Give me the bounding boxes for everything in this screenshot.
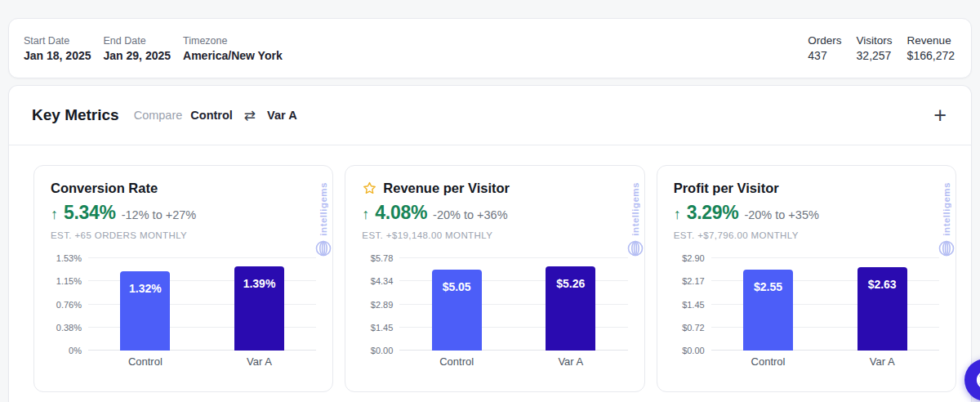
metric-title: Profit per Visitor xyxy=(674,181,779,196)
visitors-label: Visitors xyxy=(857,34,893,47)
intelligems-watermark: intelligems xyxy=(934,182,959,272)
bar-value-label: $5.05 xyxy=(432,280,482,293)
metric-title: Conversion Rate xyxy=(51,181,158,196)
delta-value: 4.08% xyxy=(375,202,427,224)
start-date-value[interactable]: Jan 18, 2025 xyxy=(24,49,91,62)
bar-chart: $5.78 $4.34 $2.89 $1.45 $0.00 $5.05 xyxy=(362,258,627,351)
x-axis: Control Var A xyxy=(674,355,939,368)
bar-chart: $2.90 $2.17 $1.45 $0.72 $0.00 $2.55 xyxy=(674,258,939,351)
plot-area: $5.05 $5.26 xyxy=(399,258,627,351)
up-arrow-icon: ↑ xyxy=(51,207,58,221)
intelligems-gem-icon xyxy=(938,239,956,257)
control-bar: $5.05 xyxy=(432,270,482,351)
y-tick: 1.15% xyxy=(56,276,82,286)
compare-variant-a[interactable]: Control xyxy=(190,109,233,122)
up-arrow-icon: ↑ xyxy=(674,207,681,221)
control-bar: $2.55 xyxy=(743,270,793,351)
variant-bar: 1.39% xyxy=(234,266,284,351)
delta-value: 5.34% xyxy=(64,202,116,224)
date-stats-bar: Start Date Jan 18, 2025 End Date Jan 29,… xyxy=(8,18,972,78)
variant-bar: $2.63 xyxy=(858,267,907,351)
end-date-field[interactable]: End Date Jan 29, 2025 xyxy=(104,35,172,62)
bar-value-label: $2.55 xyxy=(743,280,793,293)
y-tick: $0.00 xyxy=(682,346,705,355)
monthly-estimate: EST. +65 ORDERS MONTHLY xyxy=(51,230,316,240)
y-tick: 0.38% xyxy=(56,323,82,333)
compare-variant-b[interactable]: Var A xyxy=(267,109,297,122)
metric-card-conversion-rate: Conversion Rate ↑ 5.34% -12% to +27% EST… xyxy=(33,165,333,392)
control-bar: 1.32% xyxy=(120,271,170,351)
bar-value-label: 1.32% xyxy=(120,282,170,295)
intelligems-watermark: intelligems xyxy=(311,182,336,272)
y-tick: $4.34 xyxy=(371,276,394,286)
up-arrow-icon: ↑ xyxy=(362,207,369,221)
summary-stats: Orders 437 Visitors 32,257 Revenue $166,… xyxy=(808,34,955,62)
chat-gem-icon xyxy=(975,369,980,391)
timezone-field: Timezone America/New York xyxy=(183,35,283,62)
y-axis: $5.78 $4.34 $2.89 $1.45 $0.00 xyxy=(362,258,399,351)
y-axis: 1.53% 1.15% 0.76% 0.38% 0% xyxy=(51,258,88,351)
orders-stat: Orders 437 xyxy=(808,34,841,62)
swap-variants-icon[interactable]: ⇄ xyxy=(244,107,256,124)
y-axis: $2.90 $2.17 $1.45 $0.72 $0.00 xyxy=(674,258,711,351)
y-tick: $2.90 xyxy=(682,253,705,263)
add-metric-button[interactable]: + xyxy=(933,105,947,127)
revenue-value: $166,272 xyxy=(907,49,955,62)
y-tick: $2.89 xyxy=(371,300,394,310)
metric-cards-row: Conversion Rate ↑ 5.34% -12% to +27% EST… xyxy=(9,145,971,392)
monthly-estimate: EST. +$7,796.00 MONTHLY xyxy=(674,230,939,240)
y-tick: 1.53% xyxy=(56,253,82,263)
confidence-range: -20% to +35% xyxy=(744,208,819,221)
start-date-field[interactable]: Start Date Jan 18, 2025 xyxy=(24,35,91,62)
end-date-label: End Date xyxy=(104,35,172,47)
x-axis: Control Var A xyxy=(362,355,627,368)
x-label-control: Control xyxy=(711,355,826,368)
key-metrics-panel: Key Metrics Compare Control ⇄ Var A + Co… xyxy=(8,85,972,402)
compare-label: Compare xyxy=(134,109,183,122)
plot-area: 1.32% 1.39% xyxy=(88,258,316,351)
x-label-var-a: Var A xyxy=(825,355,939,368)
monthly-estimate: EST. +$19,148.00 MONTHLY xyxy=(362,230,627,240)
confidence-range: -20% to +36% xyxy=(433,208,508,221)
star-icon[interactable] xyxy=(362,181,377,196)
y-tick: $0.72 xyxy=(682,323,705,333)
compare-control: Compare Control ⇄ Var A xyxy=(134,107,297,124)
bar-value-label: 1.39% xyxy=(234,277,284,290)
page-title: Key Metrics xyxy=(32,106,119,124)
x-label-control: Control xyxy=(399,355,514,368)
variant-bar: $5.26 xyxy=(546,266,595,351)
delta-value: 3.29% xyxy=(687,202,739,224)
y-tick: $5.78 xyxy=(371,253,394,263)
watermark-text: intelligems xyxy=(318,182,328,236)
intelligems-gem-icon xyxy=(314,239,332,257)
watermark-text: intelligems xyxy=(630,182,640,236)
bar-value-label: $2.63 xyxy=(858,278,907,291)
bar-value-label: $5.26 xyxy=(546,277,595,290)
orders-value: 437 xyxy=(808,49,826,62)
intelligems-watermark: intelligems xyxy=(623,182,648,272)
plot-area: $2.55 $2.63 xyxy=(711,258,939,351)
revenue-label: Revenue xyxy=(907,34,951,47)
y-tick: $1.45 xyxy=(371,323,394,333)
visitors-value: 32,257 xyxy=(857,49,892,62)
x-label-control: Control xyxy=(88,355,203,368)
metric-card-revenue-per-visitor: Revenue per Visitor ↑ 4.08% -20% to +36%… xyxy=(345,165,644,392)
y-tick: $0.00 xyxy=(371,346,394,355)
intelligems-gem-icon xyxy=(626,239,644,257)
metric-title: Revenue per Visitor xyxy=(383,181,510,196)
orders-label: Orders xyxy=(808,34,841,47)
y-tick: 0.76% xyxy=(56,300,82,310)
end-date-value[interactable]: Jan 29, 2025 xyxy=(104,49,172,62)
y-tick: $2.17 xyxy=(682,276,705,286)
timezone-label: Timezone xyxy=(183,35,283,47)
start-date-label: Start Date xyxy=(24,35,91,47)
x-label-var-a: Var A xyxy=(203,355,317,368)
x-label-var-a: Var A xyxy=(514,355,628,368)
x-axis: Control Var A xyxy=(51,355,316,368)
y-tick: 0% xyxy=(69,346,82,355)
revenue-stat: Revenue $166,272 xyxy=(907,34,955,62)
date-range-group: Start Date Jan 18, 2025 End Date Jan 29,… xyxy=(24,35,283,62)
metric-card-profit-per-visitor: Profit per Visitor ↑ 3.29% -20% to +35% … xyxy=(657,165,956,392)
key-metrics-header: Key Metrics Compare Control ⇄ Var A + xyxy=(9,86,971,145)
watermark-text: intelligems xyxy=(942,182,951,236)
